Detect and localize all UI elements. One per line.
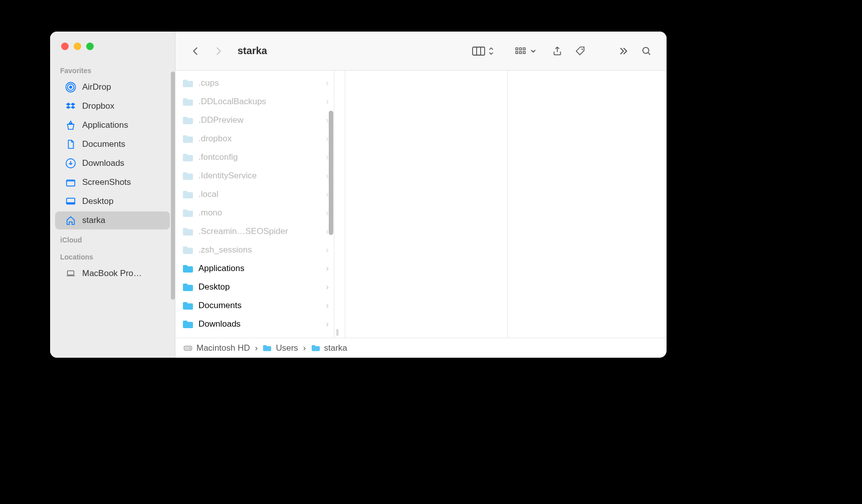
svg-rect-45 bbox=[183, 302, 187, 305]
share-button[interactable] bbox=[548, 42, 566, 60]
path-crumb-label: starka bbox=[324, 343, 347, 353]
svg-rect-25 bbox=[183, 117, 187, 119]
close-window-button[interactable] bbox=[61, 43, 69, 50]
chevron-right-icon: › bbox=[326, 264, 329, 274]
svg-rect-11 bbox=[516, 48, 518, 50]
chevron-double-right-icon bbox=[618, 46, 629, 57]
folder-icon bbox=[182, 264, 193, 273]
svg-rect-21 bbox=[183, 80, 187, 82]
desktop-icon bbox=[65, 196, 76, 207]
tags-button[interactable] bbox=[571, 42, 589, 60]
file-row[interactable]: .mono› bbox=[175, 203, 334, 222]
svg-rect-13 bbox=[523, 48, 525, 50]
file-row[interactable]: .fontconfig› bbox=[175, 148, 334, 166]
sidebar-item-screenshots[interactable]: ScreenShots bbox=[55, 173, 170, 191]
sidebar-item-label: MacBook Pro… bbox=[82, 269, 142, 279]
file-row[interactable]: .DDLocalBackups› bbox=[175, 92, 334, 111]
hard-drive-icon bbox=[183, 345, 192, 352]
columns-view-icon bbox=[471, 46, 486, 57]
sidebar-item-documents[interactable]: Documents bbox=[55, 135, 170, 153]
sidebar-item-desktop[interactable]: Desktop bbox=[55, 192, 170, 210]
sidebar-section-locations: Locations bbox=[50, 247, 175, 264]
chevron-right-icon: › bbox=[326, 245, 329, 255]
search-button[interactable] bbox=[637, 42, 656, 60]
file-row[interactable]: .zsh_sessions› bbox=[175, 240, 334, 259]
folder-icon bbox=[65, 177, 76, 188]
sidebar-item-label: ScreenShots bbox=[82, 177, 131, 187]
file-name: Applications bbox=[198, 264, 321, 274]
svg-line-19 bbox=[648, 52, 650, 54]
file-name: .DDLocalBackups bbox=[198, 97, 321, 107]
file-row[interactable]: .IdentityService› bbox=[175, 166, 334, 185]
group-by-button[interactable] bbox=[513, 47, 536, 56]
overflow-button[interactable] bbox=[614, 42, 632, 60]
svg-rect-48 bbox=[184, 346, 192, 350]
folder-icon bbox=[182, 97, 193, 106]
sidebar-item-dropbox[interactable]: Dropbox bbox=[55, 97, 170, 115]
sidebar-item-label: AirDrop bbox=[82, 82, 111, 92]
svg-point-49 bbox=[190, 348, 191, 349]
file-name: .mono bbox=[198, 208, 321, 218]
back-button[interactable] bbox=[186, 42, 204, 60]
stepper-icon bbox=[488, 47, 494, 56]
sidebar-item-applications[interactable]: Applications bbox=[55, 116, 170, 134]
dropbox-icon bbox=[65, 101, 76, 112]
file-name: .cups bbox=[198, 78, 321, 88]
sidebar-item-label: Applications bbox=[82, 120, 128, 130]
file-row[interactable]: .DDPreview› bbox=[175, 111, 334, 129]
sidebar-section-favorites: Favorites bbox=[50, 61, 175, 78]
folder-icon bbox=[182, 283, 193, 292]
file-row[interactable]: .local› bbox=[175, 185, 334, 203]
folder-icon bbox=[182, 79, 193, 88]
view-switcher[interactable] bbox=[471, 46, 494, 57]
svg-rect-16 bbox=[523, 51, 525, 53]
path-bar: Macintosh HD › Users › starka bbox=[175, 338, 667, 358]
svg-rect-37 bbox=[183, 228, 187, 230]
grid-icon bbox=[513, 47, 528, 56]
sidebar-item-label: Desktop bbox=[82, 196, 113, 206]
folder-icon bbox=[182, 116, 193, 125]
svg-rect-33 bbox=[183, 191, 187, 193]
sidebar-item-airdrop[interactable]: AirDrop bbox=[55, 78, 170, 96]
window-controls bbox=[50, 32, 175, 61]
path-crumb-users[interactable]: Users bbox=[263, 343, 298, 353]
sidebar: Favorites AirDrop Dropbox Applications D… bbox=[50, 32, 175, 358]
file-row[interactable]: .dropbox› bbox=[175, 129, 334, 148]
minimize-window-button[interactable] bbox=[74, 43, 81, 50]
file-name: .local bbox=[198, 189, 321, 199]
column-divider[interactable]: ‖ bbox=[334, 71, 345, 338]
share-icon bbox=[552, 46, 563, 57]
zoom-window-button[interactable] bbox=[86, 43, 94, 50]
folder-icon bbox=[263, 344, 272, 352]
path-crumb-hd[interactable]: Macintosh HD bbox=[183, 343, 250, 353]
finder-window: Favorites AirDrop Dropbox Applications D… bbox=[50, 32, 667, 358]
svg-rect-41 bbox=[183, 265, 187, 268]
path-crumb-starka[interactable]: starka bbox=[311, 343, 347, 353]
file-row[interactable]: .Screamin…SEOSpider› bbox=[175, 222, 334, 240]
svg-rect-43 bbox=[183, 284, 187, 286]
sidebar-item-downloads[interactable]: Downloads bbox=[55, 154, 170, 172]
forward-button[interactable] bbox=[209, 42, 228, 60]
file-column[interactable]: .cups›.DDLocalBackups›.DDPreview›.dropbo… bbox=[175, 71, 334, 338]
file-row[interactable]: Downloads› bbox=[175, 315, 334, 333]
file-row[interactable]: Desktop› bbox=[175, 278, 334, 296]
file-row[interactable]: Applications› bbox=[175, 259, 334, 278]
sidebar-item-label: Downloads bbox=[82, 158, 124, 168]
svg-rect-29 bbox=[183, 154, 187, 156]
svg-rect-8 bbox=[473, 47, 485, 55]
sidebar-item-home[interactable]: starka bbox=[55, 211, 170, 229]
svg-rect-12 bbox=[520, 48, 522, 50]
file-row[interactable]: Documents› bbox=[175, 296, 334, 315]
file-name: .fontconfig bbox=[198, 152, 321, 162]
column-resize-handle-icon[interactable]: ‖ bbox=[336, 328, 340, 336]
sidebar-item-macbook[interactable]: MacBook Pro… bbox=[55, 265, 170, 283]
tag-icon bbox=[575, 46, 586, 57]
svg-point-17 bbox=[581, 48, 583, 50]
sidebar-scrollbar[interactable] bbox=[171, 72, 175, 300]
file-row[interactable]: .cups› bbox=[175, 74, 334, 92]
file-name: .IdentityService bbox=[198, 171, 321, 181]
file-name: .dropbox bbox=[198, 134, 321, 144]
column-scrollbar[interactable] bbox=[329, 111, 333, 235]
document-icon bbox=[65, 139, 76, 150]
applications-icon bbox=[65, 120, 76, 131]
